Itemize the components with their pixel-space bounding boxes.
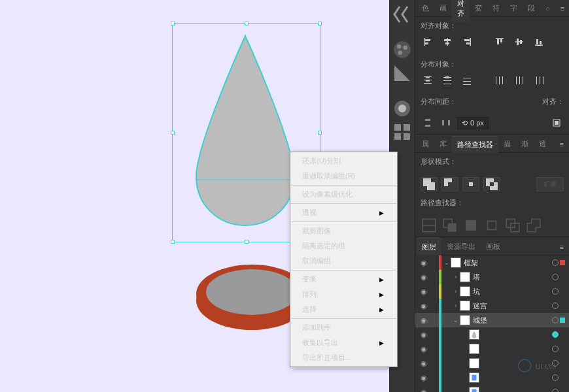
trim-icon[interactable] [441, 218, 458, 233]
target-icon[interactable] [552, 331, 559, 338]
align-hcenter-icon[interactable] [440, 35, 455, 49]
target-icon[interactable] [552, 389, 559, 392]
selection-square[interactable] [560, 346, 565, 351]
align-vcenter-icon[interactable] [512, 35, 526, 49]
target-icon[interactable] [552, 317, 559, 323]
selection-square[interactable] [560, 318, 565, 323]
visibility-icon[interactable]: ◉ [418, 273, 430, 282]
handle-bl[interactable] [171, 240, 175, 244]
handle-mr[interactable] [318, 131, 322, 135]
selection-square[interactable] [560, 361, 565, 366]
tab-para[interactable]: 字 [505, 0, 523, 16]
minus-back-icon[interactable] [525, 218, 542, 233]
color-guide-icon[interactable] [392, 63, 413, 84]
layer-row[interactable]: ◉ [415, 385, 569, 392]
teardrop-shape[interactable] [193, 33, 298, 229]
handle-bc[interactable] [245, 240, 249, 244]
tab-trans[interactable]: 透 [534, 136, 551, 152]
selection-square[interactable] [560, 332, 565, 337]
exclude-icon[interactable] [483, 177, 500, 191]
visibility-icon[interactable]: ◉ [418, 359, 430, 368]
disclosure-icon[interactable]: ⌄ [443, 259, 451, 266]
menu-transform[interactable]: 变换▶ [290, 272, 397, 287]
align-to-selection-icon[interactable] [549, 116, 564, 130]
dist-bottom-icon[interactable] [460, 73, 474, 88]
dist-vspace-icon[interactable] [421, 116, 435, 130]
expand-button[interactable]: 扩展 [536, 177, 564, 191]
menu-add-library[interactable]: 添加到库 [290, 320, 397, 335]
swatches-icon[interactable] [392, 122, 413, 142]
menu-export-selection[interactable]: 导出所选项目... [290, 350, 397, 365]
tab-libs[interactable]: 库 [434, 136, 452, 152]
divide-icon[interactable] [421, 218, 438, 233]
selection-square[interactable] [560, 389, 565, 392]
visibility-icon[interactable]: ◉ [418, 345, 430, 353]
layer-list[interactable]: ◉⌄框架◉›塔◉›坑◉›迷宫◉⌄城堡◉◉◉◉◉ [415, 255, 569, 392]
target-icon[interactable] [552, 274, 559, 280]
layer-row[interactable]: ◉⌄框架 [415, 255, 569, 270]
color-panel-icon[interactable] [392, 39, 413, 60]
menu-redo[interactable]: 重做取消编组(R) [290, 169, 397, 184]
menu-undo[interactable]: 还原(U)分割 [290, 154, 397, 169]
target-icon[interactable] [552, 346, 559, 352]
selection-square[interactable] [560, 274, 565, 280]
dist-vcenter-icon[interactable] [440, 73, 455, 88]
handle-tr[interactable] [318, 22, 322, 25]
layer-row[interactable]: ◉ [415, 327, 569, 342]
menu-pixel-perfect[interactable]: 设为像素级优化 [290, 187, 397, 202]
tab-char[interactable]: 符 [487, 0, 505, 16]
minus-front-icon[interactable] [441, 177, 458, 191]
merge-icon[interactable] [462, 218, 479, 233]
align-right-icon[interactable] [460, 35, 474, 49]
tab-artboards[interactable]: 画板 [481, 238, 506, 255]
layer-name[interactable]: 塔 [473, 272, 552, 282]
intersect-icon[interactable] [462, 177, 479, 191]
tab-opentype[interactable]: 段 [523, 0, 540, 16]
tab-props[interactable]: 属 [417, 136, 434, 152]
tab-more[interactable]: ○ [540, 1, 555, 16]
crop-icon[interactable] [483, 218, 500, 233]
align-top-icon[interactable] [492, 35, 507, 49]
dist-top-icon[interactable] [421, 73, 435, 88]
visibility-icon[interactable]: ◉ [418, 287, 430, 296]
visibility-icon[interactable]: ◉ [418, 259, 430, 267]
layer-name[interactable]: 迷宫 [473, 301, 552, 311]
selection-square[interactable] [560, 375, 565, 380]
handle-tl[interactable] [171, 22, 175, 25]
visibility-icon[interactable]: ◉ [418, 388, 430, 393]
selection-square[interactable] [560, 260, 565, 265]
gradient-icon[interactable] [392, 98, 413, 119]
tab-grad[interactable]: 描 [498, 136, 516, 152]
target-icon[interactable] [552, 259, 559, 266]
disclosure-icon[interactable]: › [452, 302, 460, 309]
menu-perspective[interactable]: 透视▶ [290, 205, 397, 220]
expand-dock-icon[interactable] [392, 4, 413, 25]
dist-left-icon[interactable] [492, 73, 507, 88]
unite-icon[interactable] [421, 177, 438, 191]
panel-menu-icon[interactable]: ≡ [555, 140, 569, 148]
spacing-input[interactable]: ⟲0 px [457, 117, 489, 129]
visibility-icon[interactable]: ◉ [418, 331, 430, 339]
selection-square[interactable] [560, 303, 565, 308]
menu-crop[interactable]: 裁剪图像 [290, 223, 397, 238]
layer-name[interactable]: 框架 [464, 258, 552, 268]
disclosure-icon[interactable]: › [452, 274, 460, 280]
layer-row[interactable]: ◉›坑 [415, 284, 569, 299]
layer-row[interactable]: ◉ [415, 342, 569, 356]
tab-brush[interactable]: 画 [434, 0, 452, 16]
layer-name[interactable]: 坑 [473, 287, 552, 297]
panel-menu-icon[interactable]: ≡ [555, 5, 569, 12]
layer-row[interactable]: ◉⌄城堡 [415, 313, 569, 327]
layer-row[interactable]: ◉›迷宫 [415, 299, 569, 313]
dist-hcenter-icon[interactable] [512, 73, 526, 88]
visibility-icon[interactable]: ◉ [418, 302, 430, 310]
menu-arrange[interactable]: 排列▶ [290, 287, 397, 302]
menu-ungroup[interactable]: 取消编组 [290, 253, 397, 269]
layer-row[interactable]: ◉ [415, 356, 569, 370]
disclosure-icon[interactable]: ⌄ [452, 317, 460, 323]
visibility-icon[interactable]: ◉ [418, 316, 430, 325]
tab-pathfinder[interactable]: 路径查找器 [452, 136, 498, 153]
tab-layers[interactable]: 图层 [417, 238, 441, 255]
tab-color[interactable]: 色 [417, 0, 434, 16]
target-icon[interactable] [552, 288, 559, 295]
